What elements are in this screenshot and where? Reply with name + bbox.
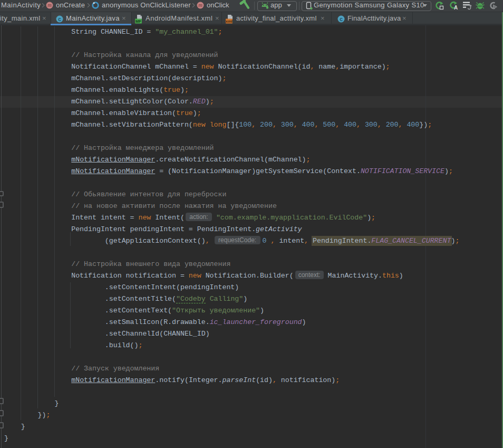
svg-text:xml: xml bbox=[226, 19, 233, 24]
svg-text:m: m bbox=[198, 2, 202, 8]
svg-text:MF: MF bbox=[136, 19, 141, 24]
svg-text:A: A bbox=[454, 5, 458, 10]
svg-text:m: m bbox=[47, 2, 52, 8]
svg-text:C: C bbox=[340, 17, 343, 23]
svg-text:C: C bbox=[58, 17, 61, 23]
